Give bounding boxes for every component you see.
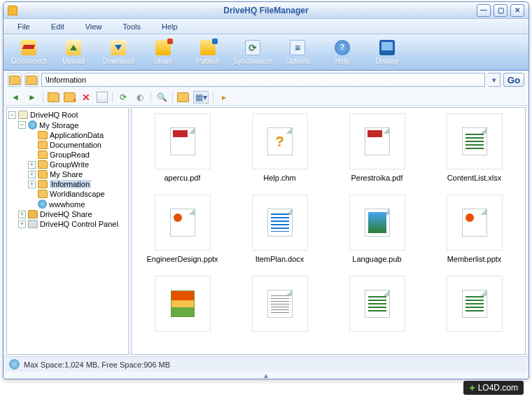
file-item[interactable] bbox=[429, 276, 519, 336]
main-toolbar: DisconnectUploadDownloadSharePublishSync… bbox=[4, 34, 528, 71]
menu-tools[interactable]: Tools bbox=[122, 22, 141, 31]
app-title: DriveHQ FileManager bbox=[223, 6, 308, 15]
file-item[interactable]: ContentList.xlsx bbox=[429, 113, 519, 182]
file-label: Perestroika.pdf bbox=[351, 174, 403, 182]
plus-icon: + bbox=[469, 382, 475, 393]
separator bbox=[213, 92, 214, 103]
watermark-text: LO4D.com bbox=[478, 383, 518, 393]
minimize-button[interactable]: — bbox=[477, 4, 491, 17]
file-label: ItemPlan.docx bbox=[255, 255, 304, 263]
app-icon bbox=[8, 6, 18, 15]
properties-button[interactable] bbox=[97, 92, 108, 103]
up-folder-button[interactable] bbox=[48, 92, 59, 102]
tree-node-documentation[interactable]: Documentation bbox=[8, 140, 127, 150]
delete-button[interactable]: ✕ bbox=[80, 91, 92, 104]
tree-node-applicationdata[interactable]: ApplicationData bbox=[8, 130, 127, 140]
tree-node-worldlandscape[interactable]: Worldlandscape bbox=[8, 189, 127, 199]
xlsx-file-icon bbox=[462, 127, 487, 155]
tree-node-my-share[interactable]: +My Share bbox=[8, 169, 127, 179]
menu-file[interactable]: File bbox=[18, 22, 30, 31]
close-button[interactable]: ✕ bbox=[510, 4, 524, 17]
pdf-file-icon bbox=[365, 127, 390, 155]
toolbar-label: Download bbox=[103, 57, 134, 65]
folder-picker-button[interactable] bbox=[8, 73, 22, 87]
download-icon bbox=[111, 40, 126, 55]
display-icon bbox=[379, 40, 395, 55]
separator bbox=[112, 92, 113, 103]
file-item[interactable] bbox=[332, 276, 422, 336]
tree-node-my-storage[interactable]: −My Storage bbox=[8, 120, 127, 130]
forward-button[interactable]: ► bbox=[26, 91, 38, 104]
toolbar-label: Share bbox=[154, 57, 173, 65]
app-window: DriveHQ FileManager — ▢ ✕ File Edit View… bbox=[3, 1, 529, 379]
file-item[interactable]: Language.pub bbox=[332, 195, 422, 263]
file-thumbnail bbox=[447, 276, 503, 332]
file-label: apercu.pdf bbox=[164, 174, 201, 182]
tree-node-groupread[interactable]: GroupRead bbox=[8, 150, 127, 160]
toolbar-help-button[interactable]: ?Help bbox=[321, 36, 363, 69]
file-pane[interactable]: apercu.pdfHelp.chmPerestroika.pdfContent… bbox=[131, 107, 526, 355]
toolbar-label: Options bbox=[286, 57, 309, 65]
file-item[interactable]: Help.chm bbox=[234, 113, 325, 182]
view-mode-button[interactable]: ▦▾ bbox=[193, 91, 209, 104]
folders-toggle-icon[interactable]: ▸ bbox=[218, 91, 230, 104]
file-thumbnail bbox=[155, 276, 211, 332]
content-area: −DriveHQ Root−My StorageApplicationDataD… bbox=[4, 106, 528, 356]
go-button[interactable]: Go bbox=[503, 73, 524, 87]
file-thumbnail bbox=[252, 195, 308, 251]
tree-node-information[interactable]: +Information bbox=[8, 179, 127, 189]
share-icon bbox=[155, 40, 171, 55]
file-item[interactable]: Perestroika.pdf bbox=[332, 113, 422, 182]
maximize-button[interactable]: ▢ bbox=[493, 4, 507, 17]
tree-node-groupwrite[interactable]: +GroupWrite bbox=[8, 160, 127, 169]
toolbar-label: Help bbox=[335, 57, 350, 65]
titlebar: DriveHQ FileManager — ▢ ✕ bbox=[4, 2, 528, 19]
menubar: File Edit View Tools Help bbox=[4, 19, 528, 34]
chm-file-icon bbox=[267, 127, 293, 155]
file-label: Memberlist.pptx bbox=[447, 255, 502, 263]
search-button[interactable]: 🔍 bbox=[155, 91, 168, 104]
file-item[interactable] bbox=[234, 276, 325, 336]
watermark: + LO4D.com bbox=[463, 381, 524, 395]
toolbar-label: Synchronize bbox=[233, 57, 272, 65]
nav-toolbar: ◄ ► ✕ ⟳ ◐ 🔍 ▦▾ ▸ bbox=[4, 89, 528, 106]
file-item[interactable]: EngineerDesign.pptx bbox=[137, 195, 227, 263]
file-thumbnail bbox=[349, 113, 405, 169]
toolbar-options-button[interactable]: Options bbox=[276, 36, 318, 69]
file-grid: apercu.pdfHelp.chmPerestroika.pdfContent… bbox=[137, 113, 519, 336]
folder-tree[interactable]: −DriveHQ Root−My StorageApplicationDataD… bbox=[6, 107, 129, 355]
menu-view[interactable]: View bbox=[85, 22, 102, 31]
path-input[interactable] bbox=[41, 73, 485, 87]
separator bbox=[150, 92, 151, 103]
toolbar-synchronize-button[interactable]: Synchronize bbox=[232, 36, 274, 69]
back-button[interactable]: ◄ bbox=[9, 91, 22, 104]
tree-node-wwwhome[interactable]: wwwhome bbox=[8, 199, 127, 209]
toolbar-display-button[interactable]: Display bbox=[366, 36, 408, 69]
tree-root[interactable]: −DriveHQ Root bbox=[8, 110, 127, 120]
tree-node-drivehq-control-panel[interactable]: +DriveHQ Control Panel bbox=[8, 219, 127, 229]
file-item[interactable] bbox=[137, 276, 227, 336]
toolbar-share-button[interactable]: Share bbox=[142, 36, 184, 69]
file-label: Language.pub bbox=[352, 255, 401, 263]
panel-collapse-chevron[interactable]: ▲ bbox=[4, 372, 528, 379]
file-item[interactable]: apercu.pdf bbox=[137, 113, 227, 182]
menu-edit[interactable]: Edit bbox=[51, 22, 64, 31]
help-icon: ? bbox=[335, 40, 350, 55]
separator bbox=[43, 92, 43, 103]
toolbar-download-button[interactable]: Download bbox=[97, 36, 139, 69]
folders-pane-button[interactable] bbox=[177, 92, 189, 102]
docx-file-icon bbox=[267, 209, 293, 237]
new-folder-button[interactable] bbox=[64, 92, 76, 102]
refresh-button[interactable]: ⟳ bbox=[117, 91, 130, 104]
menu-help[interactable]: Help bbox=[162, 22, 178, 31]
path-dropdown[interactable]: ▾ bbox=[488, 73, 500, 87]
disconnect-icon bbox=[21, 40, 36, 55]
folder-current-icon[interactable] bbox=[24, 73, 38, 87]
stop-button[interactable]: ◐ bbox=[134, 91, 146, 104]
toolbar-upload-button[interactable]: Upload bbox=[52, 36, 94, 69]
toolbar-publish-button[interactable]: Publish bbox=[187, 36, 229, 69]
tree-node-drivehq-share[interactable]: +DriveHQ Share bbox=[8, 209, 127, 219]
toolbar-disconnect-button[interactable]: Disconnect bbox=[8, 36, 50, 69]
file-item[interactable]: Memberlist.pptx bbox=[429, 195, 519, 263]
file-item[interactable]: ItemPlan.docx bbox=[234, 195, 325, 263]
